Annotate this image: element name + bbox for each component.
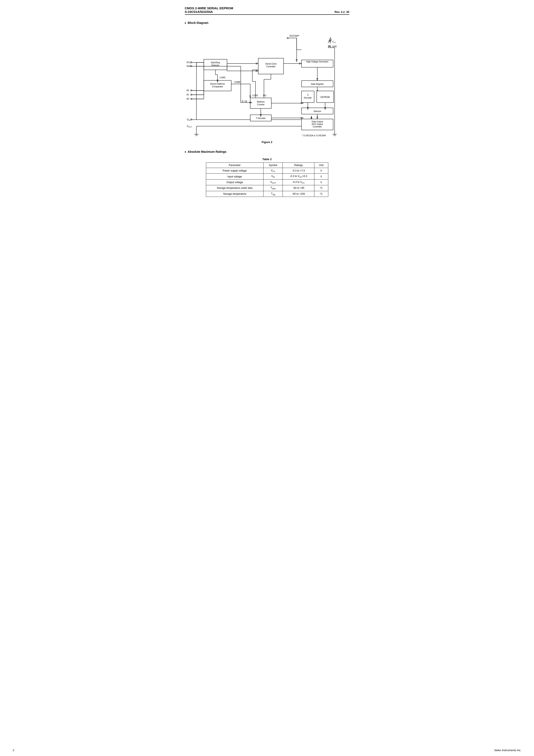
- svg-text:DOUT: DOUT: [187, 125, 192, 128]
- svg-text:Start/Stop: Start/Stop: [211, 61, 220, 64]
- col-header-ratings: Ratings: [283, 163, 314, 168]
- svg-text:High-Voltage Generator: High-Voltage Generator: [306, 61, 329, 63]
- svg-rect-25: [191, 90, 192, 91]
- col-header-symbol: Symbol: [263, 163, 283, 168]
- svg-text:Serial Clock: Serial Clock: [265, 63, 277, 65]
- svg-rect-110: [250, 98, 271, 108]
- absolute-ratings-heading: Absolute Maximum Ratings: [185, 150, 349, 153]
- sym-tbias: Tbias: [263, 185, 283, 191]
- sym-tstg: Tstg: [263, 191, 283, 197]
- param-tstg: Storage temperature: [206, 191, 263, 197]
- ratings-table: Parameter Symbol Ratings Unit Power supp…: [206, 162, 328, 197]
- svg-text:TEST/WP*: TEST/WP*: [289, 35, 299, 37]
- svg-text:LOAD: LOAD: [252, 94, 258, 96]
- param-vin: Input voltage: [206, 174, 263, 179]
- diagram-svg: text { font-family: Arial, Helvetica, sa…: [185, 29, 349, 138]
- svg-text:X: X: [307, 94, 308, 96]
- svg-rect-34: [191, 119, 192, 120]
- sym-vout: VOUT: [263, 179, 283, 185]
- rat-pwr: -0.3 to +7.0: [283, 168, 314, 174]
- svg-rect-31: [191, 98, 192, 99]
- svg-rect-19: [191, 62, 192, 63]
- svg-text:INC: INC: [263, 94, 266, 96]
- svg-text:LOAD: LOAD: [220, 76, 225, 79]
- rat-vout: -0.3 to VCC: [283, 179, 314, 185]
- rat-tstg: -65 to +150: [283, 191, 314, 197]
- svg-text:DIN: DIN: [187, 118, 190, 121]
- figure-label: Figure 2: [185, 141, 349, 144]
- svg-text:Counter: Counter: [257, 103, 265, 106]
- header-title: CMOS 2-WIRE SERIAL EEPROM S-24C01A/02A/0…: [185, 6, 233, 14]
- svg-text:Address: Address: [257, 101, 265, 103]
- svg-text:A0: A0: [187, 98, 189, 100]
- svg-text:SCL: SCL: [187, 61, 191, 64]
- unit-tstg: °C: [314, 191, 328, 197]
- table-row: Storage temperature under bias Tbias -50…: [206, 185, 328, 191]
- page-header: CMOS 2-WIRE SERIAL EEPROM S-24C01A/02A/0…: [185, 6, 349, 15]
- svg-text:R / W: R / W: [242, 100, 247, 102]
- svg-text:Controller: Controller: [313, 125, 322, 128]
- rat-tbias: -50 to +95: [283, 185, 314, 191]
- param-vout: Output voltage: [206, 179, 263, 185]
- svg-rect-13: [329, 41, 330, 42]
- svg-rect-14: [329, 45, 330, 47]
- param-pwr: Power supply voltage: [206, 168, 263, 174]
- col-header-unit: Unit: [314, 163, 328, 168]
- unit-pwr: V: [314, 168, 328, 174]
- unit-tbias: °C: [314, 185, 328, 191]
- svg-text:A1: A1: [187, 94, 189, 96]
- block-diagram-heading: Block Diagram: [185, 21, 349, 24]
- rat-vin: -0.3 to VCC+0.3: [283, 174, 314, 179]
- block-diagram: text { font-family: Arial, Helvetica, sa…: [185, 29, 349, 138]
- sym-pwr: VCC: [263, 168, 283, 174]
- svg-text:A2: A2: [187, 89, 189, 92]
- unit-vin: V: [314, 174, 328, 179]
- svg-rect-22: [191, 66, 192, 67]
- svg-text:Decoder: Decoder: [304, 96, 312, 99]
- svg-text:EEPROM: EEPROM: [320, 96, 330, 98]
- table-row: Output voltage VOUT -0.3 to VCC V: [206, 179, 328, 185]
- table-row: Storage temperature Tstg -65 to +150 °C: [206, 191, 328, 197]
- table-row: Power supply voltage VCC -0.3 to +7.0 V: [206, 168, 328, 174]
- svg-text:ACK Output: ACK Output: [312, 123, 323, 125]
- svg-text:Comparator: Comparator: [212, 86, 223, 88]
- svg-text:Controller: Controller: [266, 66, 276, 68]
- svg-text:Data Register: Data Register: [311, 83, 324, 85]
- svg-text:*   S-24C02A or S-24C04A: * S-24C02A or S-24C04A: [302, 134, 326, 137]
- header-revision: Rev. 2.2_30: [334, 10, 349, 14]
- table-label: Table 2: [185, 158, 349, 161]
- svg-text:Selector: Selector: [313, 110, 321, 113]
- svg-text:COMP: COMP: [234, 81, 241, 83]
- svg-text:SDA: SDA: [187, 65, 191, 67]
- svg-text:Y Decoder: Y Decoder: [256, 117, 266, 120]
- svg-text:GND: GND: [332, 45, 337, 48]
- svg-text:Data Output: Data Output: [312, 121, 323, 123]
- svg-rect-28: [191, 94, 192, 95]
- table-row: Input voltage VIN -0.3 to VCC+0.3 V: [206, 174, 328, 179]
- svg-rect-15: [287, 38, 288, 39]
- param-tbias: Storage temperature under bias: [206, 185, 263, 191]
- sym-vin: VIN: [263, 174, 283, 179]
- svg-text:Device Address: Device Address: [210, 83, 225, 85]
- unit-vout: V: [314, 179, 328, 185]
- col-header-parameter: Parameter: [206, 163, 263, 168]
- svg-text:VCC: VCC: [332, 40, 336, 43]
